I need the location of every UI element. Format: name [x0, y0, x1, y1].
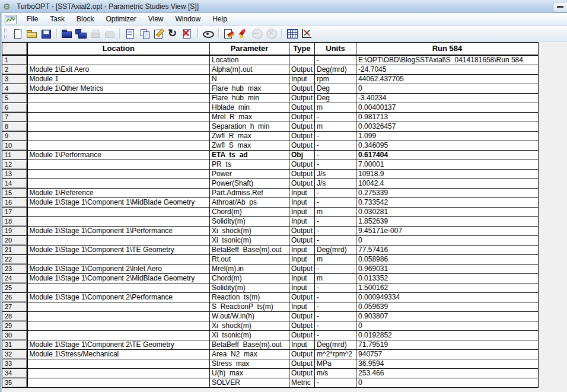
column-header-type[interactable]: Type [289, 43, 315, 56]
menu-item[interactable]: Help [206, 13, 233, 26]
cell-location[interactable] [27, 283, 210, 293]
cell-units[interactable]: - [315, 160, 356, 170]
cell-location[interactable]: Module 1\Other Metrics [27, 84, 210, 94]
cell-type[interactable]: Input [289, 189, 315, 198]
cell-type[interactable]: Output [289, 103, 315, 113]
cell-parameter[interactable]: S ReactionP ts(m) [210, 302, 289, 312]
run-rocket-icon[interactable] [237, 27, 250, 40]
minimize-button[interactable] [553, 2, 567, 12]
copy-view-icon[interactable] [138, 27, 151, 40]
cell-value[interactable]: 7.00001 [356, 160, 539, 170]
cell-location[interactable] [27, 55, 210, 65]
cell-value[interactable]: 253.466 [356, 369, 539, 378]
cell-type[interactable]: Input [289, 255, 315, 264]
cell-value[interactable]: 0.013352 [356, 274, 539, 283]
cell-units[interactable]: - [315, 312, 356, 321]
row-number-header[interactable]: 5 [2, 94, 27, 103]
cell-parameter[interactable]: Athroat/Ab ps [210, 198, 289, 208]
cell-parameter[interactable]: Solidity(m) [210, 283, 289, 293]
cell-value[interactable]: 10042.4 [356, 179, 539, 189]
cell-parameter[interactable]: Xi shock(m) [210, 227, 289, 236]
cell-location[interactable]: Module 1\Stage 1\Component 2\TE Geometry [27, 340, 210, 350]
cell-units[interactable]: m [315, 103, 356, 113]
cell-units[interactable]: Deg [315, 84, 356, 94]
cell-location[interactable] [27, 302, 210, 312]
cell-type[interactable]: Metric [289, 378, 315, 388]
menu-item[interactable]: File [21, 13, 44, 26]
document-window-icon[interactable] [5, 15, 17, 24]
cell-units[interactable]: - [315, 55, 356, 65]
cell-type[interactable]: Input [289, 217, 315, 227]
row-number-header[interactable]: 13 [2, 170, 27, 179]
row-number-header[interactable]: 31 [2, 340, 27, 350]
cell-type[interactable]: Output [289, 227, 315, 236]
cell-parameter[interactable]: Mrel(m).in [210, 264, 289, 274]
cell-parameter[interactable]: Location [210, 55, 289, 65]
column-header-run[interactable]: Run 584 [356, 43, 539, 56]
menu-item[interactable]: Window [170, 13, 207, 26]
cell-value[interactable]: 9.45171e-007 [356, 227, 539, 236]
cell-type[interactable]: Output [289, 369, 315, 378]
cell-value[interactable]: 71.79519 [356, 340, 539, 350]
cell-value[interactable]: 0.346095 [356, 141, 539, 151]
cell-location[interactable] [27, 132, 210, 141]
menu-item[interactable]: Optimizer [100, 13, 142, 26]
row-number-header[interactable]: 20 [2, 236, 27, 246]
cell-location[interactable] [27, 321, 210, 331]
cell-type[interactable]: Output [289, 321, 315, 331]
cell-type[interactable]: Input [289, 274, 315, 283]
cell-type[interactable]: Output [289, 179, 315, 189]
cell-type[interactable]: Output [289, 122, 315, 132]
cell-location[interactable]: Module 1\Performance [27, 151, 210, 160]
cell-type[interactable]: Output [289, 264, 315, 274]
cell-parameter[interactable]: Flare hub max [210, 84, 289, 94]
row-number-header[interactable]: 26 [2, 293, 27, 302]
cell-type[interactable]: Output [289, 65, 315, 75]
cell-value[interactable]: 44062.437705 [356, 75, 539, 84]
cell-units[interactable]: - [315, 217, 356, 227]
row-number-header[interactable]: 33 [2, 359, 27, 369]
cell-parameter[interactable]: Area N2 max [210, 350, 289, 359]
cell-value[interactable]: 0.030281 [356, 208, 539, 217]
cell-type[interactable]: Output [289, 160, 315, 170]
cell-units[interactable]: - [315, 293, 356, 302]
cell-type[interactable]: Input [289, 75, 315, 84]
cell-location[interactable]: Module 1\Reference [27, 189, 210, 198]
cell-value[interactable]: 0.00400137 [356, 103, 539, 113]
cell-location[interactable] [27, 331, 210, 340]
cell-type[interactable]: Obj [289, 151, 315, 160]
cell-type[interactable]: Input [289, 246, 315, 255]
cell-parameter[interactable]: SOLVER [210, 378, 289, 388]
cell-units[interactable]: m [315, 122, 356, 132]
open-project-icon[interactable] [60, 27, 74, 40]
row-number-header[interactable]: 18 [2, 217, 27, 227]
cell-type[interactable]: Input [289, 340, 315, 350]
column-header-units[interactable]: Units [315, 43, 356, 56]
row-number-header[interactable]: 29 [2, 321, 27, 331]
cell-value[interactable]: 1.852639 [356, 217, 539, 227]
cell-type[interactable]: Input [289, 283, 315, 293]
cell-parameter[interactable]: Xi tsonic(m) [210, 331, 289, 340]
cell-units[interactable]: m [315, 208, 356, 217]
cell-parameter[interactable]: Flare hub min [210, 94, 289, 103]
new-file-icon[interactable] [11, 27, 24, 40]
menu-item[interactable]: Block [71, 13, 100, 26]
row-number-header[interactable]: 10 [2, 141, 27, 151]
cell-units[interactable]: Deg [315, 94, 356, 103]
preview-eye-icon[interactable] [202, 27, 215, 40]
cell-location[interactable]: Module 1\Stress/Mechanical [27, 350, 210, 359]
delete-icon[interactable] [181, 27, 194, 40]
cell-type[interactable]: Input [289, 302, 315, 312]
cell-units[interactable]: - [315, 198, 356, 208]
cell-parameter[interactable]: Power(Shaft) [210, 179, 289, 189]
refresh-icon[interactable] [167, 27, 180, 40]
cell-value[interactable]: 0.733542 [356, 198, 539, 208]
cell-location[interactable] [27, 208, 210, 217]
save-project-icon[interactable] [75, 27, 88, 40]
cell-type[interactable]: Output [289, 84, 315, 94]
cell-value[interactable]: 77.57416 [356, 246, 539, 255]
cell-parameter[interactable]: Xi tsonic(m) [210, 236, 289, 246]
open-file-icon[interactable] [26, 27, 39, 40]
cell-parameter[interactable]: Hblade min [210, 103, 289, 113]
row-number-header[interactable]: 24 [2, 274, 27, 283]
